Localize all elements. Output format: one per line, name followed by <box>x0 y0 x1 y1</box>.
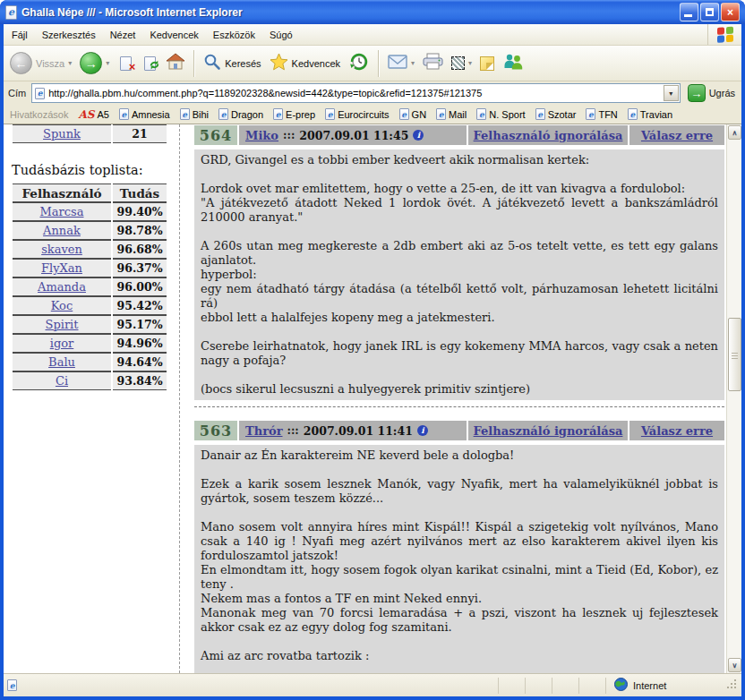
info-icon[interactable]: i <box>413 130 424 141</box>
post-author-bar: Thrór ::: 2007.09.01 11:41 i <box>239 421 467 440</box>
status-bar: e Internet <box>4 673 741 696</box>
info-icon[interactable]: i <box>417 425 428 436</box>
reply-link[interactable]: Válasz erre <box>641 129 713 142</box>
edit-dropdown-icon[interactable]: ▾ <box>468 59 472 67</box>
home-icon <box>166 53 185 74</box>
link-dragon[interactable]: eDragon <box>218 108 263 120</box>
messenger-button[interactable] <box>500 51 527 75</box>
toplist-table: Felhasználó Tudás Marcsa99.40% Annak98.7… <box>11 184 168 390</box>
ignore-user-link[interactable]: Felhasználó ignorálása <box>474 424 623 438</box>
user-link[interactable]: Annak <box>43 224 81 237</box>
scroll-up-button[interactable]: ∧ <box>728 125 741 140</box>
link-nsport[interactable]: eN. Sport <box>476 108 525 120</box>
sidebar-top-table: Spunk 21 <box>11 124 168 143</box>
a5-logo-icon: AS <box>78 108 94 121</box>
user-link[interactable]: Balu <box>48 355 75 369</box>
zone-label: Internet <box>633 680 666 691</box>
link-bihi[interactable]: eBihi <box>180 108 209 120</box>
home-button[interactable] <box>163 51 188 76</box>
forward-button[interactable]: → ▾ <box>77 50 112 76</box>
link-a5[interactable]: AS A5 <box>78 108 108 121</box>
status-panel <box>525 678 552 694</box>
menu-edit[interactable]: Szerkesztés <box>36 27 102 43</box>
messenger-icon <box>502 53 524 73</box>
link-szotar[interactable]: eSzotar <box>535 108 577 120</box>
address-dropdown-button[interactable]: ▾ <box>664 85 679 101</box>
address-url[interactable]: http://ghalla.pbm.hu/comment.php?q=11892… <box>48 88 659 98</box>
search-button[interactable]: Keresés <box>201 51 263 76</box>
menu-file[interactable]: Fájl <box>5 27 34 43</box>
close-button[interactable]: × <box>721 3 740 21</box>
menu-view[interactable]: Nézet <box>104 27 142 43</box>
stop-button[interactable]: × <box>115 53 136 74</box>
refresh-button[interactable] <box>139 53 160 74</box>
menu-favorites[interactable]: Kedvencek <box>143 27 204 43</box>
link-eprep[interactable]: eE-prep <box>273 108 315 120</box>
history-button[interactable] <box>346 49 372 78</box>
menu-tools[interactable]: Eszközök <box>207 27 261 43</box>
resize-grip[interactable] <box>726 679 738 692</box>
ignore-user-link[interactable]: Felhasználó ignorálása <box>474 129 623 142</box>
maximize-button[interactable] <box>700 3 719 21</box>
favorites-button[interactable]: Kedvencek <box>267 51 343 76</box>
back-dropdown-icon[interactable]: ▾ <box>68 59 72 67</box>
minimize-button[interactable] <box>680 3 698 21</box>
mail-dropdown-icon[interactable]: ▾ <box>411 59 415 67</box>
link-label: Mail <box>449 109 467 120</box>
back-label: Vissza <box>36 58 64 69</box>
discuss-button[interactable] <box>477 55 497 73</box>
address-input[interactable]: e http://ghalla.pbm.hu/comment.php?q=118… <box>31 83 680 103</box>
vertical-scrollbar[interactable]: ∧ ∨ <box>726 124 741 673</box>
browser-window: e Ghalla Népe /// - Microsoft Internet E… <box>0 0 745 700</box>
link-travian[interactable]: eTravian <box>628 108 672 120</box>
author-date-separator: ::: <box>283 129 295 141</box>
user-link[interactable]: Koc <box>51 299 73 312</box>
user-link[interactable]: skaven <box>41 243 82 256</box>
link-label: Amnesia <box>132 109 170 120</box>
status-panel <box>578 678 605 694</box>
post-datetime: 2007.09.01 11:41 <box>304 424 413 438</box>
user-link[interactable]: igor <box>50 337 74 350</box>
link-amnesia[interactable]: eAmnesia <box>119 108 170 120</box>
sidebar-divider <box>179 124 180 673</box>
history-icon <box>348 51 370 76</box>
title-bar[interactable]: e Ghalla Népe /// - Microsoft Internet E… <box>0 0 745 24</box>
go-button[interactable]: → Ugrás <box>686 84 737 102</box>
link-mail[interactable]: eMail <box>436 108 467 120</box>
user-link[interactable]: Marcsa <box>40 205 84 218</box>
user-link[interactable]: Ci <box>56 374 68 388</box>
edit-button[interactable]: ▾ <box>449 55 475 72</box>
print-button[interactable] <box>420 51 446 75</box>
refresh-icon <box>149 58 160 74</box>
column-header: Tudás <box>120 186 159 201</box>
score-value: 98.78% <box>116 224 162 237</box>
author-link[interactable]: Thrór <box>245 424 283 438</box>
user-link[interactable]: Spirit <box>46 318 79 331</box>
menu-help[interactable]: Súgó <box>263 27 299 43</box>
forward-dropdown-icon[interactable]: ▾ <box>106 59 109 67</box>
link-eurocircuits[interactable]: eEurocircuits <box>325 108 389 120</box>
author-link[interactable]: Miko <box>245 129 278 142</box>
back-button[interactable]: ← Vissza ▾ <box>7 50 74 76</box>
toolbar-separator <box>378 50 380 77</box>
scrollbar-thumb[interactable] <box>728 318 741 391</box>
search-label: Keresés <box>225 58 261 69</box>
table-row: Amanda96.00% <box>13 277 167 296</box>
link-gn[interactable]: eGN <box>399 108 427 120</box>
printer-icon <box>423 53 443 73</box>
toplist-heading: Tudásbázis toplista: <box>12 163 174 177</box>
reply-link[interactable]: Válasz erre <box>641 424 713 438</box>
user-link[interactable]: FlyXan <box>41 261 82 275</box>
user-link[interactable]: Spunk <box>43 127 81 141</box>
user-link[interactable]: Amanda <box>38 280 86 294</box>
post-body: Danair az Én karaktereim NE keverd bele … <box>194 445 724 673</box>
ie-page-icon: e <box>535 108 545 120</box>
table-row: Koc95.42% <box>13 296 167 315</box>
ie-page-icon: e <box>218 108 228 120</box>
mail-icon <box>388 55 407 73</box>
post-separator <box>194 406 724 407</box>
ignore-user-cell: Felhasználó ignorálása <box>468 421 628 440</box>
scroll-down-button[interactable]: ∨ <box>728 658 741 672</box>
link-tfn[interactable]: eTFN <box>586 108 617 120</box>
mail-button[interactable]: ▾ <box>385 53 417 74</box>
